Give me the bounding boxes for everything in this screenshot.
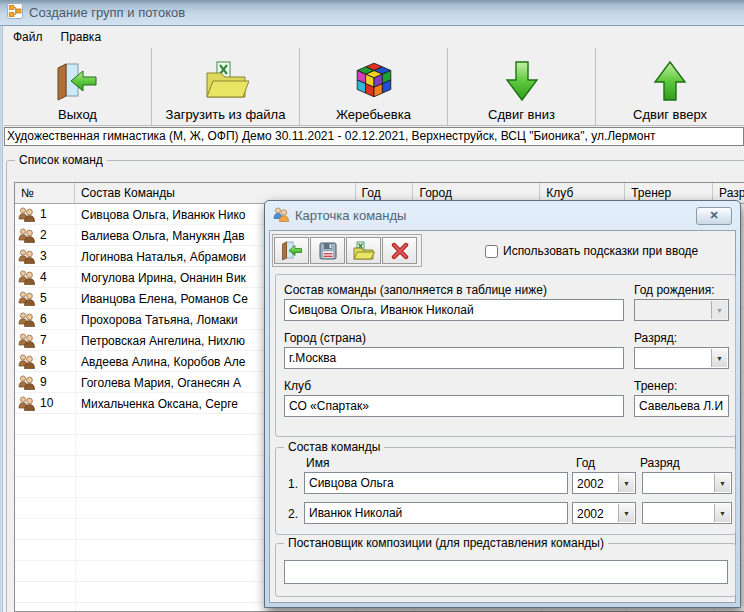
team-number: 2: [40, 228, 47, 242]
dialog-title: Карточка команды: [295, 208, 690, 223]
team-people-icon: [18, 249, 36, 264]
member-year-combo[interactable]: 2002 ▼: [572, 502, 636, 524]
shift-up-label: Сдвиг вверх: [633, 107, 707, 122]
draw-lots-button[interactable]: Жеребьевка: [300, 48, 448, 125]
composer-group-title: Постановщик композиции (для представлени…: [284, 536, 608, 550]
dialog-titlebar[interactable]: Карточка команды ✕: [265, 201, 740, 230]
app-icon: [7, 3, 23, 22]
exit-label: Выход: [58, 107, 97, 122]
load-from-file-icon: [203, 48, 249, 107]
members-group-title: Состав команды: [284, 440, 384, 454]
load-from-file-label: Загрузить из файла: [166, 107, 286, 122]
dialog-save-button[interactable]: [310, 237, 345, 264]
exit-button[interactable]: Выход: [4, 48, 152, 125]
dialog-load-button[interactable]: [346, 237, 381, 264]
team-number: 1: [40, 207, 47, 221]
team-number: 7: [40, 333, 47, 347]
birth-year-label: Год рождения:: [634, 283, 715, 297]
green-arrow-down-icon: [505, 48, 539, 107]
team-number: 8: [40, 354, 47, 368]
team-people-icon: [18, 207, 36, 222]
rank-combo[interactable]: ▼: [634, 347, 729, 369]
member-name-input[interactable]: [304, 472, 568, 494]
competition-info-line: Художественная гимнастика (М, Ж, ОФП) Де…: [4, 127, 744, 146]
window-frame: [0, 26, 3, 612]
city-input[interactable]: [284, 347, 624, 369]
composer-group: Постановщик композиции (для представлени…: [275, 543, 736, 597]
open-folder-icon: [352, 241, 375, 261]
save-floppy-icon: [318, 241, 338, 261]
team-number: 10: [40, 396, 53, 410]
draw-lots-label: Жеребьевка: [336, 107, 411, 122]
shift-up-button[interactable]: Сдвиг вверх: [596, 48, 744, 125]
club-label: Клуб: [284, 379, 311, 393]
chevron-down-icon[interactable]: ▼: [618, 504, 634, 522]
team-people-icon: [18, 354, 36, 369]
team-people-icon: [18, 396, 36, 411]
member-row-index: 1.: [282, 477, 298, 491]
delete-cross-icon: [390, 241, 410, 261]
green-arrow-up-icon: [653, 48, 687, 107]
team-people-icon: [273, 206, 289, 225]
load-from-file-button[interactable]: Загрузить из файла: [152, 48, 300, 125]
shift-down-button[interactable]: Сдвиг вниз: [448, 48, 596, 125]
chevron-down-icon[interactable]: ▼: [618, 474, 634, 492]
members-col-year: Год: [576, 456, 595, 470]
menubar: Файл Правка: [4, 26, 744, 48]
dialog-toolbar: [272, 234, 422, 267]
birth-year-combo[interactable]: ▼: [634, 299, 729, 321]
chevron-down-icon[interactable]: ▼: [714, 504, 730, 522]
team-card-dialog: Карточка команды ✕: [264, 200, 741, 608]
dialog-exit-button[interactable]: [274, 237, 309, 264]
team-people-icon: [18, 228, 36, 243]
member-rank-combo[interactable]: ▼: [642, 472, 732, 494]
hints-checkbox[interactable]: [485, 245, 498, 258]
chevron-down-icon[interactable]: ▼: [711, 301, 727, 319]
members-group: Состав команды Имя Год Разряд 1. 2002 ▼ …: [275, 447, 736, 535]
team-people-icon: [18, 270, 36, 285]
trainer-input[interactable]: [634, 395, 729, 417]
team-people-icon: [18, 291, 36, 306]
main-titlebar[interactable]: Создание групп и потоков: [0, 0, 744, 26]
members-col-name: Имя: [306, 456, 329, 470]
close-icon: ✕: [709, 209, 718, 222]
shift-down-label: Сдвиг вниз: [488, 107, 555, 122]
rank-label: Разряд:: [634, 331, 677, 345]
team-field-label: Состав команды (заполняется в таблице ни…: [284, 283, 547, 297]
hints-checkbox-row: Использовать подсказки при вводе: [485, 244, 698, 258]
member-row-index: 2.: [282, 507, 298, 521]
menu-edit[interactable]: Правка: [52, 27, 111, 47]
city-label: Город (страна): [284, 331, 366, 345]
chevron-down-icon[interactable]: ▼: [714, 474, 730, 492]
club-input[interactable]: [284, 395, 624, 417]
composer-input[interactable]: [284, 560, 728, 584]
team-people-icon: [18, 312, 36, 327]
main-toolbar: Выход Загрузить из файла: [4, 48, 744, 126]
menu-file[interactable]: Файл: [4, 27, 52, 47]
team-fields-group: Состав команды (заполняется в таблице ни…: [275, 274, 736, 437]
exit-door-icon: [56, 48, 100, 107]
member-rank-combo[interactable]: ▼: [642, 502, 732, 524]
trainer-label: Тренер:: [634, 379, 677, 393]
dialog-delete-button[interactable]: [382, 237, 417, 264]
team-number: 9: [40, 375, 47, 389]
member-name-input[interactable]: [304, 502, 568, 524]
team-field-input[interactable]: [284, 299, 624, 321]
chevron-down-icon[interactable]: ▼: [711, 349, 727, 367]
window-title: Создание групп и потоков: [29, 5, 185, 20]
teams-group-title: Список команд: [15, 153, 107, 167]
team-number: 6: [40, 312, 47, 326]
rubik-cube-icon: [353, 48, 395, 107]
members-col-rank: Разряд: [640, 456, 680, 470]
exit-door-icon: [281, 240, 303, 261]
hints-checkbox-label: Использовать подсказки при вводе: [503, 244, 698, 258]
col-header-num[interactable]: №: [15, 183, 75, 203]
member-year-combo[interactable]: 2002 ▼: [572, 472, 636, 494]
team-people-icon: [18, 333, 36, 348]
team-number: 5: [40, 291, 47, 305]
dialog-client-area: Использовать подсказки при вводе Состав …: [269, 230, 736, 603]
team-number: 4: [40, 270, 47, 284]
team-people-icon: [18, 375, 36, 390]
dialog-close-button[interactable]: ✕: [696, 207, 732, 225]
team-number: 3: [40, 249, 47, 263]
